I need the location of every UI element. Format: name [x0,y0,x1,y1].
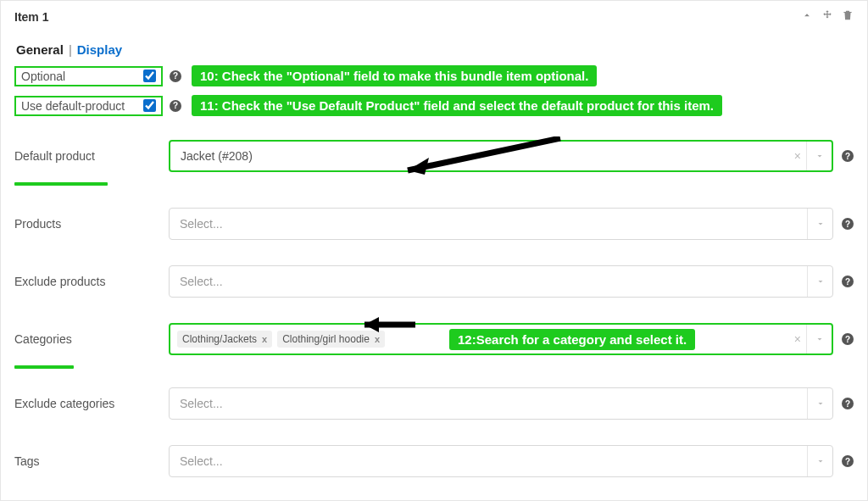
tab-separator: | [69,42,72,57]
exclude-products-select-wrap: Select... [169,265,833,298]
chip-remove-icon[interactable]: x [375,334,380,344]
products-select[interactable]: Select... [169,208,833,240]
products-placeholder: Select... [180,217,223,231]
optional-label: Optional [21,70,140,83]
callout-12: 12:Search for a category and select it. [449,329,695,350]
underline-accent [14,182,108,186]
tags-label: Tags [14,454,148,468]
chevron-down-icon[interactable] [806,142,832,170]
category-chip[interactable]: Clothing/girl hoodiex [277,331,385,348]
delete-icon[interactable] [842,9,854,24]
exclude-categories-row: Exclude categories Select... ? [1,379,867,428]
chevron-down-icon[interactable] [807,388,832,419]
categories-underline-row [1,364,867,374]
products-select-wrap: Select... [169,208,833,240]
chevron-down-icon[interactable] [807,209,832,239]
collapse-icon[interactable] [801,9,813,24]
products-label: Products [14,217,148,231]
callout-11: 11: Check the "Use Default Product" fiel… [192,95,722,116]
tab-display[interactable]: Display [77,42,122,57]
exclude-products-select[interactable]: Select... [169,265,833,298]
clear-icon[interactable]: × [794,332,801,346]
default-product-select[interactable]: Jacket (#208) × [169,140,833,172]
use-default-row: Use default-product ? 11: Check the "Use… [1,95,867,120]
help-icon[interactable]: ? [842,333,854,345]
exclude-categories-placeholder: Select... [180,397,223,410]
use-default-label: Use default-product [21,99,140,113]
tabs: General | Display [1,29,867,65]
optional-highlight: Optional [14,66,163,86]
chevron-down-icon[interactable] [806,325,832,353]
category-chip[interactable]: Clothing/Jacketsx [177,331,272,348]
products-row: Products Select... ? [1,199,867,248]
exclude-categories-label: Exclude categories [14,397,148,410]
exclude-products-placeholder: Select... [180,275,223,288]
help-icon[interactable]: ? [842,276,854,287]
tab-general[interactable]: General [16,42,64,57]
tags-select[interactable]: Select... [169,445,833,477]
chip-label: Clothing/girl hoodie [282,333,370,345]
default-product-select-wrap: Jacket (#208) × [169,140,833,172]
default-product-value: Jacket (#208) [181,149,253,163]
use-default-checkbox[interactable] [143,99,156,112]
chip-remove-icon[interactable]: x [262,334,267,344]
panel-actions [801,9,854,24]
exclude-categories-select-wrap: Select... [169,387,833,420]
help-icon[interactable]: ? [842,150,854,162]
tags-select-wrap: Select... [169,445,833,477]
categories-select-wrap: Clothing/Jacketsx Clothing/girl hoodiex … [169,323,833,355]
default-product-row: Default product Jacket (#208) × ? [1,131,867,181]
categories-select[interactable]: Clothing/Jacketsx Clothing/girl hoodiex … [169,323,833,355]
categories-row: Categories Clothing/Jacketsx Clothing/gi… [1,315,867,364]
default-product-label: Default product [14,149,148,163]
exclude-categories-select[interactable]: Select... [169,387,833,420]
underline-accent [14,365,74,369]
chevron-down-icon[interactable] [807,446,832,476]
exclude-tags-row: Exclude tags Select... ? [1,494,867,501]
panel-header: Item 1 [1,1,867,29]
use-default-highlight: Use default-product [14,96,163,116]
help-icon[interactable]: ? [170,100,181,112]
help-icon[interactable]: ? [842,455,854,467]
categories-label: Categories [14,332,148,346]
tags-placeholder: Select... [180,454,223,468]
chevron-down-icon[interactable] [807,266,832,297]
move-icon[interactable] [821,9,833,24]
exclude-products-row: Exclude products Select... ? [1,257,867,306]
callout-10: 10: Check the "Optional" field to make t… [192,65,597,86]
chip-label: Clothing/Jackets [182,333,257,345]
exclude-products-label: Exclude products [14,275,148,288]
optional-row: Optional ? 10: Check the "Optional" fiel… [1,65,867,90]
default-product-underline-row [1,181,867,191]
clear-icon[interactable]: × [794,149,801,163]
item-panel: Item 1 General | Display Optional ? 10: … [0,0,868,501]
help-icon[interactable]: ? [842,218,854,230]
tags-row: Tags Select... ? [1,437,867,486]
help-icon[interactable]: ? [842,398,854,409]
panel-title: Item 1 [14,10,48,24]
help-icon[interactable]: ? [170,70,181,82]
optional-checkbox[interactable] [143,70,156,82]
